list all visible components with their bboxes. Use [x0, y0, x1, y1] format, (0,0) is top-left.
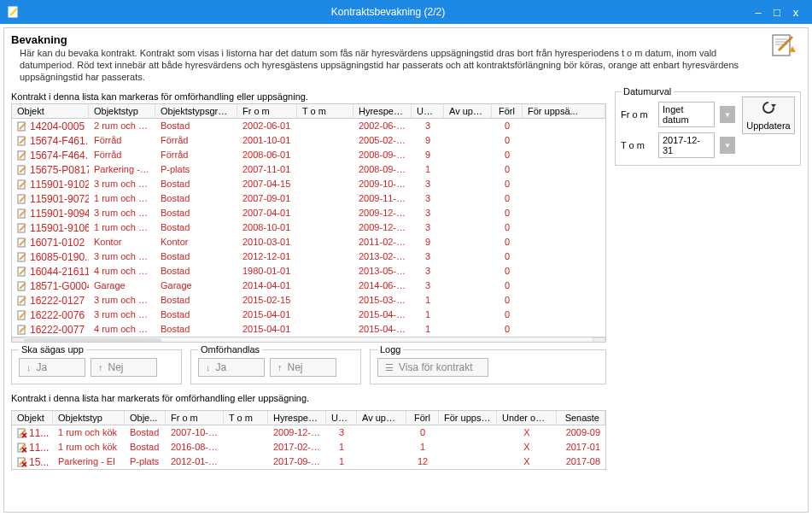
table-row[interactable]: 16085-0190...3 rum och kökBostad2012-12-… — [12, 249, 605, 264]
col2-forl[interactable]: Förl — [406, 411, 439, 425]
col-avupps[interactable]: Av upps... — [444, 104, 492, 119]
table-row[interactable]: 15...Parkering - ElP-plats2012-01-012017… — [12, 454, 605, 469]
datumurval-title: Datumurval — [621, 86, 674, 97]
col2-under-omf[interactable]: Under omf... — [497, 411, 557, 425]
datumurval-panel: Datumurval Fr o m Inget datum ▼ T o m 20… — [615, 91, 801, 166]
tom-date-input[interactable]: 2017-12-31 — [658, 132, 715, 158]
col-objekt[interactable]: Objekt — [12, 104, 89, 119]
app-icon — [7, 5, 20, 19]
contract-row-icon — [17, 296, 27, 306]
list2-caption: Kontrakt i denna lista har markerats för… — [11, 393, 606, 403]
table-row[interactable]: 11...1 rum och kökBostad2016-08-012017-0… — [12, 440, 605, 454]
arrow-down-icon: ↓ — [206, 362, 211, 372]
horizontal-scrollbar[interactable]: ◄ ► — [12, 337, 605, 343]
contract-row-icon — [17, 310, 27, 320]
from-label: Fr o m — [621, 109, 653, 120]
ska-sagas-ja-button[interactable]: ↓Ja — [19, 358, 85, 377]
contract-row-icon — [17, 179, 27, 190]
contract-row-icon — [17, 237, 27, 248]
col-hyresperi[interactable]: Hyresperi... — [353, 104, 412, 119]
contract-row-icon — [17, 267, 27, 277]
col2-foruppsa[interactable]: För uppsä... — [439, 411, 497, 425]
from-date-dropdown-icon[interactable]: ▼ — [720, 106, 735, 123]
contract-row-icon — [17, 223, 27, 233]
table-row[interactable]: 15674-F464...FörrådFörråd2008-06-012008-… — [12, 148, 605, 162]
col2-upps[interactable]: Upps — [326, 411, 357, 425]
group-omforhandlas: Omförhandlas — [198, 344, 262, 355]
col-objektstyp[interactable]: Objektstyp — [89, 104, 155, 119]
uppdatera-button[interactable]: Uppdatera — [742, 97, 795, 134]
col-from[interactable]: Fr o m — [237, 104, 297, 119]
col2-hyresperi[interactable]: Hyresperi... — [268, 411, 326, 425]
col2-from[interactable]: Fr o m — [166, 411, 224, 425]
tom-date-dropdown-icon[interactable]: ▼ — [720, 137, 735, 154]
svg-marker-24 — [771, 104, 776, 108]
group-ska-sagas-upp: Ska sägas upp — [19, 344, 86, 355]
col-forl[interactable]: Förl — [492, 104, 523, 119]
table-row[interactable]: 14204-00052 rum och k...Bostad2002-06-01… — [12, 119, 605, 133]
contract-row-icon — [17, 165, 27, 175]
table-row[interactable]: 15674-F461...FörrådFörråd2001-10-012005-… — [12, 133, 605, 148]
scroll-left-icon[interactable]: ◄ — [12, 337, 25, 343]
arrow-up-icon: ↑ — [277, 362, 283, 372]
maximize-button[interactable]: □ — [768, 6, 786, 19]
tom-label: T o m — [621, 140, 653, 150]
col2-obje[interactable]: Obje... — [125, 411, 166, 425]
contracts-table-2[interactable]: Objekt Objektstyp Obje... Fr o m T o m H… — [11, 410, 606, 470]
group-logg: Logg — [377, 344, 403, 355]
contracts-table-1[interactable]: Objekt Objektstyp Objektstypsgrupp Fr o … — [11, 103, 606, 343]
table-row[interactable]: 15675-P0817Parkering - ElP-plats2007-11-… — [12, 162, 605, 177]
table-row[interactable]: 16071-0102KontorKontor2010-03-012011-02-… — [12, 235, 605, 249]
contract-row-icon — [17, 208, 27, 219]
table-row[interactable]: 16222-00774 rum och kökBostad2015-04-012… — [12, 322, 605, 337]
page-description: Här kan du bevaka kontrakt. Kontrakt som… — [11, 48, 767, 83]
arrow-up-icon: ↑ — [98, 362, 103, 372]
scroll-thumb[interactable] — [25, 338, 161, 343]
omforhandlas-ja-button[interactable]: ↓Ja — [198, 358, 265, 377]
col-foruppsa[interactable]: För uppsä... — [523, 104, 605, 119]
col2-senaste[interactable]: Senaste — [557, 411, 605, 425]
col-objektstypsgrupp[interactable]: Objektstypsgrupp — [155, 104, 237, 119]
col2-objekt[interactable]: Objekt — [12, 411, 53, 425]
minimize-button[interactable]: – — [749, 6, 768, 19]
table-row[interactable]: 115901-91023 rum och kökBostad2007-04-15… — [12, 177, 605, 191]
from-date-input[interactable]: Inget datum — [658, 102, 715, 127]
col-upps[interactable]: Upps — [412, 104, 444, 119]
table-row[interactable]: 16222-00763 rum och kökBostad2015-04-012… — [12, 308, 605, 322]
omforhandlas-nej-button[interactable]: ↑Nej — [270, 358, 336, 377]
contract-row-icon — [17, 281, 27, 291]
contract-row-icon — [17, 150, 27, 161]
list1-caption: Kontrakt i denna lista kan markeras för … — [11, 91, 606, 102]
visa-for-kontrakt-button[interactable]: ☰Visa för kontrakt — [377, 358, 488, 377]
contract-row-marked-icon — [17, 428, 27, 438]
titlebar: Kontraktsbevakning (2/2) – □ x — [0, 0, 812, 24]
scroll-right-icon[interactable]: ► — [593, 337, 605, 343]
col2-tom[interactable]: T o m — [224, 411, 268, 425]
contract-row-marked-icon — [17, 457, 27, 467]
table-row[interactable]: 115901-91061 rum och kökBostad2008-10-01… — [12, 220, 605, 235]
table-row[interactable]: 115901-90721 rum och kökBostad2007-09-01… — [12, 191, 605, 206]
page-title: Bevakning — [11, 33, 767, 46]
contract-row-marked-icon — [17, 443, 27, 453]
col-tom[interactable]: T o m — [297, 104, 353, 119]
close-button[interactable]: x — [786, 6, 805, 19]
svg-rect-1 — [773, 35, 790, 56]
table-row[interactable]: 115901-90943 rum och kökBostad2007-04-01… — [12, 206, 605, 220]
col2-objektstyp[interactable]: Objektstyp — [53, 411, 125, 425]
arrow-down-icon: ↓ — [26, 362, 32, 372]
contract-row-icon — [17, 136, 27, 146]
table-row[interactable]: 16044-216114 rum och kökBostad1980-01-01… — [12, 264, 605, 279]
contract-row-icon — [17, 252, 27, 262]
contract-row-icon — [17, 325, 27, 335]
refresh-icon — [761, 100, 776, 119]
table-row[interactable]: 16222-01273 rum och kökBostad2015-02-152… — [12, 293, 605, 308]
contract-row-icon — [17, 194, 27, 204]
table-row[interactable]: 11...1 rum och kökBostad2007-10-012009-1… — [12, 425, 605, 440]
window-title: Kontraktsbevakning (2/2) — [27, 6, 749, 18]
ska-sagas-nej-button[interactable]: ↑Nej — [91, 358, 157, 377]
contract-warning-icon — [767, 33, 801, 83]
col2-avupps[interactable]: Av upps... — [357, 411, 406, 425]
table-row[interactable]: 18571-G0004GarageGarage2014-04-012014-06… — [12, 279, 605, 293]
list-icon: ☰ — [385, 362, 394, 373]
contract-row-icon — [17, 121, 27, 132]
